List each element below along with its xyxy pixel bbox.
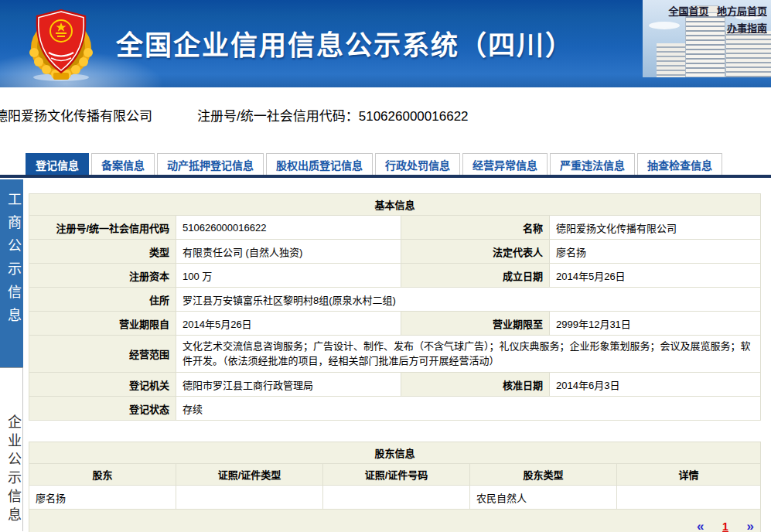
tab-bar: 登记信息 备案信息 动产抵押登记信息 股权出质登记信息 行政处罚信息 经营异常信… xyxy=(26,153,771,175)
pagination-page-1[interactable]: 1 xyxy=(722,520,728,532)
type-label: 类型 xyxy=(29,240,176,264)
col-shareholder-type: 股东类型 xyxy=(470,464,617,486)
header-nav: 全国首页 地方局首页 办事指南 xyxy=(664,2,767,36)
pagination-bar: « 1 » xyxy=(29,510,761,532)
shareholder-row: 廖名扬 农民自然人 xyxy=(29,486,761,510)
tab-equity-pledge-info[interactable]: 股权出质登记信息 xyxy=(266,153,373,175)
tab-serious-violation-info[interactable]: 严重违法信息 xyxy=(550,153,635,175)
tab-spot-check-info[interactable]: 抽查检查信息 xyxy=(637,153,722,175)
term-to-value: 2999年12月31日 xyxy=(550,312,761,336)
tab-registration-info[interactable]: 登记信息 xyxy=(26,153,89,175)
col-detail: 详情 xyxy=(617,464,761,486)
shareholder-table: 股东信息 股东 证照/证件类型 证照/证件号码 股东类型 详情 廖名扬 农民自然… xyxy=(29,442,761,532)
link-national-home[interactable]: 全国首页 xyxy=(669,5,709,17)
col-cert-type: 证照/证件类型 xyxy=(176,464,323,486)
pagination-next-button[interactable]: » xyxy=(747,519,754,532)
sidebar-item-business-publicity[interactable]: 工商公示信息 xyxy=(0,179,23,367)
reg-authority-label: 登记机关 xyxy=(29,373,176,397)
page: 全国企业信用信息公示系统（四川） 全国首页 地方局首页 办事指南 德阳爱扬文化传… xyxy=(0,0,771,531)
basic-info-title: 基本信息 xyxy=(29,194,761,216)
name-label: 名称 xyxy=(401,216,550,240)
sidebar: 工商公示信息 企业公示信息 xyxy=(0,179,23,531)
tab-admin-penalty-info[interactable]: 行政处罚信息 xyxy=(375,153,460,175)
pagination-prev-button[interactable]: « xyxy=(697,519,704,532)
business-scope-label: 经营范围 xyxy=(29,336,176,373)
saic-emblem-icon xyxy=(25,5,97,82)
link-local-bureau-home[interactable]: 地方局首页 xyxy=(717,5,767,17)
main-content: 基本信息 注册号/统一社会信用代码 510626000016622 名称 德阳爱… xyxy=(29,193,761,531)
site-header: 全国企业信用信息公示系统（四川） 全国首页 地方局首页 办事指南 xyxy=(0,0,771,87)
est-date-value: 2014年5月26日 xyxy=(550,264,761,288)
name-value: 德阳爱扬文化传播有限公司 xyxy=(550,216,761,240)
cell-shareholder-type: 农民自然人 xyxy=(470,486,617,510)
company-name: 德阳爱扬文化传播有限公司 xyxy=(0,109,152,124)
legal-rep-label: 法定代表人 xyxy=(401,240,550,264)
cell-cert-number xyxy=(323,486,470,510)
type-value: 有限责任公司 (自然人独资) xyxy=(176,240,401,264)
est-date-label: 成立日期 xyxy=(401,264,550,288)
approval-date-value: 2014年6月3日 xyxy=(550,373,761,397)
shareholder-title: 股东信息 xyxy=(29,442,761,464)
address-value: 罗江县万安镇富乐社区黎明村8组(原泉水村二组) xyxy=(176,288,761,312)
term-from-value: 2014年5月26日 xyxy=(176,312,401,336)
col-shareholder: 股东 xyxy=(29,464,176,486)
company-bar: 德阳爱扬文化传播有限公司注册号/统一社会信用代码：510626000016622 xyxy=(0,105,771,124)
cell-cert-type xyxy=(176,486,323,510)
tab-chattel-mortgage-info[interactable]: 动产抵押登记信息 xyxy=(157,153,264,175)
approval-date-label: 核准日期 xyxy=(401,373,550,397)
link-service-guide[interactable]: 办事指南 xyxy=(727,22,767,34)
tab-abnormal-operation-info[interactable]: 经营异常信息 xyxy=(462,153,548,175)
sidebar-item-enterprise-publicity[interactable]: 企业公示信息 xyxy=(0,414,23,532)
reg-capital-value: 100 万 xyxy=(176,264,401,288)
reg-status-label: 登记状态 xyxy=(29,397,176,421)
business-scope-value: 文化艺术交流信息咨询服务；广告设计、制作、发布（不含气球广告）；礼仪庆典服务；企… xyxy=(176,336,761,373)
credit-code-label: 注册号/统一社会信用代码： xyxy=(197,109,359,124)
address-label: 住所 xyxy=(29,288,176,312)
legal-rep-value: 廖名扬 xyxy=(550,240,761,264)
cell-detail xyxy=(617,486,761,510)
col-cert-number: 证照/证件号码 xyxy=(323,464,470,486)
reg-number-label: 注册号/统一社会信用代码 xyxy=(29,216,176,240)
credit-code-value: 510626000016622 xyxy=(359,109,469,124)
term-from-label: 营业期限自 xyxy=(29,312,176,336)
sidebar-divider xyxy=(0,367,23,368)
reg-capital-label: 注册资本 xyxy=(29,264,176,288)
site-title: 全国企业信用信息公示系统（四川） xyxy=(116,23,574,63)
term-to-label: 营业期限至 xyxy=(401,312,550,336)
cell-shareholder: 廖名扬 xyxy=(29,486,176,510)
tab-filing-info[interactable]: 备案信息 xyxy=(91,153,155,175)
reg-number-value: 510626000016622 xyxy=(176,216,401,240)
basic-info-table: 基本信息 注册号/统一社会信用代码 510626000016622 名称 德阳爱… xyxy=(29,193,761,421)
reg-authority-value: 德阳市罗江县工商行政管理局 xyxy=(176,373,401,397)
reg-status-value: 存续 xyxy=(176,397,761,421)
